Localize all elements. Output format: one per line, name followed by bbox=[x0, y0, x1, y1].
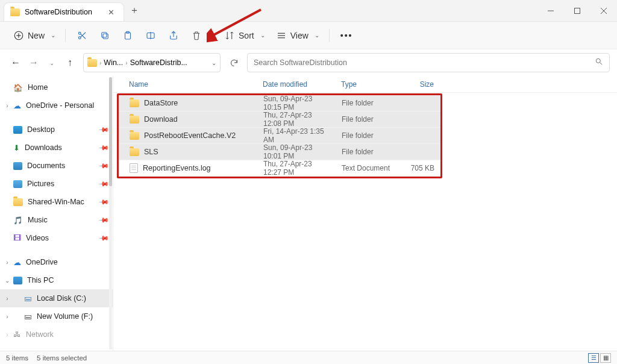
chevron-down-icon[interactable]: ⌄ bbox=[208, 60, 216, 66]
cell-name: DataStore bbox=[125, 99, 258, 107]
cut-button[interactable] bbox=[72, 26, 92, 45]
close-window-button[interactable] bbox=[590, 0, 617, 21]
table-row[interactable]: ReportingEvents.logThu, 27-Apr-23 12:27 … bbox=[119, 160, 440, 177]
pin-icon: 📌 bbox=[98, 178, 109, 189]
pin-icon: 📌 bbox=[98, 232, 109, 243]
drive-icon: 🖴 bbox=[24, 294, 32, 303]
column-headers: Name Date modified Type Size bbox=[113, 76, 617, 93]
copy-icon bbox=[99, 30, 110, 41]
search-input[interactable] bbox=[254, 58, 595, 67]
refresh-button[interactable] bbox=[225, 54, 242, 71]
scrollbar-thumb[interactable] bbox=[109, 77, 112, 186]
network-icon: 🖧 bbox=[13, 330, 21, 339]
file-area: Name Date modified Type Size DataStoreSu… bbox=[113, 76, 617, 351]
sidebar-item-pictures[interactable]: Pictures 📌 bbox=[0, 175, 113, 193]
nav-arrows: ← → ⌄ ↑ bbox=[7, 54, 78, 71]
pin-icon: 📌 bbox=[98, 124, 109, 135]
col-header-date[interactable]: Date modified bbox=[258, 80, 336, 89]
share-icon bbox=[168, 30, 179, 41]
cell-date: Sun, 09-Apr-23 10:01 PM bbox=[258, 143, 337, 160]
breadcrumb[interactable]: › Win... › SoftwareDistrib... ⌄ bbox=[83, 53, 221, 72]
folder-icon bbox=[130, 116, 139, 124]
toolbar: New ⌄ Sort ⌄ View ⌄ ••• bbox=[0, 22, 617, 49]
desktop-icon bbox=[13, 126, 22, 134]
tab-title: SoftwareDistribution bbox=[25, 8, 92, 16]
breadcrumb-seg[interactable]: SoftwareDistrib... bbox=[130, 58, 187, 67]
grid-view-button[interactable]: ▦ bbox=[600, 353, 611, 363]
cell-type: Text Document bbox=[337, 164, 401, 172]
table-row[interactable]: SLSSun, 09-Apr-23 10:01 PMFile folder bbox=[119, 144, 440, 160]
table-row[interactable]: PostRebootEventCache.V2Fri, 14-Apr-23 1:… bbox=[119, 128, 440, 144]
svg-point-7 bbox=[78, 36, 81, 39]
sidebar-item-onedrive[interactable]: › ☁ OneDrive bbox=[0, 253, 113, 271]
sidebar-item-home[interactable]: 🏠 Home bbox=[0, 78, 113, 96]
chevron-right-icon[interactable]: › bbox=[4, 313, 11, 320]
view-button[interactable]: View ⌄ bbox=[271, 26, 323, 45]
sidebar-item-label: Pictures bbox=[27, 180, 54, 188]
more-button[interactable]: ••• bbox=[336, 26, 358, 45]
tab-close-button[interactable]: ✕ bbox=[105, 7, 117, 18]
sidebar-item-new-volume-f[interactable]: › 🖴 New Volume (F:) bbox=[0, 307, 113, 325]
chevron-right-icon[interactable]: › bbox=[4, 102, 11, 109]
downloads-icon: ⬇ bbox=[13, 143, 20, 152]
view-switch-group: ☰ ▦ bbox=[588, 353, 611, 363]
chevron-right-icon[interactable]: › bbox=[4, 295, 11, 302]
chevron-right-icon[interactable]: › bbox=[4, 331, 11, 338]
sidebar-item-music[interactable]: 🎵 Music 📌 bbox=[0, 211, 113, 229]
folder-icon bbox=[130, 132, 139, 140]
col-header-type[interactable]: Type bbox=[336, 80, 400, 89]
sidebar-item-downloads[interactable]: ⬇ Downloads 📌 bbox=[0, 139, 113, 157]
cell-name: PostRebootEventCache.V2 bbox=[125, 131, 258, 140]
rename-button[interactable] bbox=[140, 26, 161, 45]
sort-button[interactable]: Sort ⌄ bbox=[219, 26, 269, 45]
maximize-button[interactable] bbox=[564, 0, 590, 21]
copy-button[interactable] bbox=[95, 26, 115, 45]
file-name: ReportingEvents.log bbox=[143, 164, 211, 172]
recent-button[interactable]: ⌄ bbox=[43, 54, 60, 71]
trash-icon bbox=[191, 30, 202, 41]
new-tab-button[interactable]: ＋ bbox=[124, 0, 145, 21]
search-icon[interactable] bbox=[595, 57, 603, 68]
window-tab[interactable]: SoftwareDistribution ✕ bbox=[4, 2, 124, 21]
delete-button[interactable] bbox=[186, 26, 207, 45]
chevron-down-icon[interactable]: ⌄ bbox=[4, 277, 11, 284]
forward-button[interactable]: → bbox=[25, 54, 42, 71]
breadcrumb-seg[interactable]: Win... bbox=[104, 58, 123, 67]
sidebar-item-network[interactable]: › 🖧 Network bbox=[0, 325, 113, 344]
titlebar-spacer bbox=[145, 0, 537, 21]
back-button[interactable]: ← bbox=[7, 54, 24, 71]
sidebar-item-local-disk-c[interactable]: › 🖴 Local Disk (C:) bbox=[0, 289, 113, 307]
minimize-button[interactable] bbox=[537, 0, 564, 21]
paste-button[interactable] bbox=[117, 26, 138, 45]
cloud-icon: ☁ bbox=[13, 101, 21, 110]
chevron-down-icon: ⌄ bbox=[260, 32, 265, 39]
sidebar-item-videos[interactable]: 🎞 Videos 📌 bbox=[0, 229, 113, 247]
table-row[interactable]: DownloadThu, 27-Apr-23 12:08 PMFile fold… bbox=[119, 111, 440, 128]
sidebar-item-label: Desktop bbox=[27, 125, 55, 134]
sidebar-item-desktop[interactable]: Desktop 📌 bbox=[0, 121, 113, 139]
chevron-right-icon[interactable]: › bbox=[4, 259, 11, 266]
status-bar: 5 items 5 items selected ☰ ▦ bbox=[0, 351, 617, 364]
pin-icon: 📌 bbox=[98, 196, 109, 207]
new-button[interactable]: New ⌄ bbox=[8, 26, 59, 45]
col-header-size[interactable]: Size bbox=[400, 80, 439, 89]
folder-icon bbox=[10, 8, 20, 16]
sidebar-item-documents[interactable]: Documents 📌 bbox=[0, 157, 113, 175]
chevron-right-icon: › bbox=[125, 60, 127, 66]
sidebar-item-label: Shared-Win-Mac bbox=[28, 198, 84, 206]
sidebar-item-shared[interactable]: Shared-Win-Mac 📌 bbox=[0, 193, 113, 211]
sidebar-item-onedrive-personal[interactable]: › ☁ OneDrive - Personal bbox=[0, 96, 113, 115]
details-view-button[interactable]: ☰ bbox=[588, 353, 599, 363]
sidebar-scrollbar[interactable] bbox=[109, 77, 112, 350]
sort-label: Sort bbox=[239, 31, 254, 40]
cloud-icon: ☁ bbox=[13, 258, 21, 267]
up-button[interactable]: ↑ bbox=[61, 54, 78, 71]
music-icon: 🎵 bbox=[13, 216, 23, 225]
title-bar: SoftwareDistribution ✕ ＋ bbox=[0, 0, 617, 22]
sidebar-item-this-pc[interactable]: ⌄ This PC bbox=[0, 271, 113, 289]
table-row[interactable]: DataStoreSun, 09-Apr-23 10:15 PMFile fol… bbox=[119, 95, 440, 111]
col-header-name[interactable]: Name bbox=[124, 80, 258, 89]
chevron-down-icon: ⌄ bbox=[315, 32, 319, 39]
search-box[interactable] bbox=[247, 53, 610, 72]
share-button[interactable] bbox=[163, 26, 184, 45]
